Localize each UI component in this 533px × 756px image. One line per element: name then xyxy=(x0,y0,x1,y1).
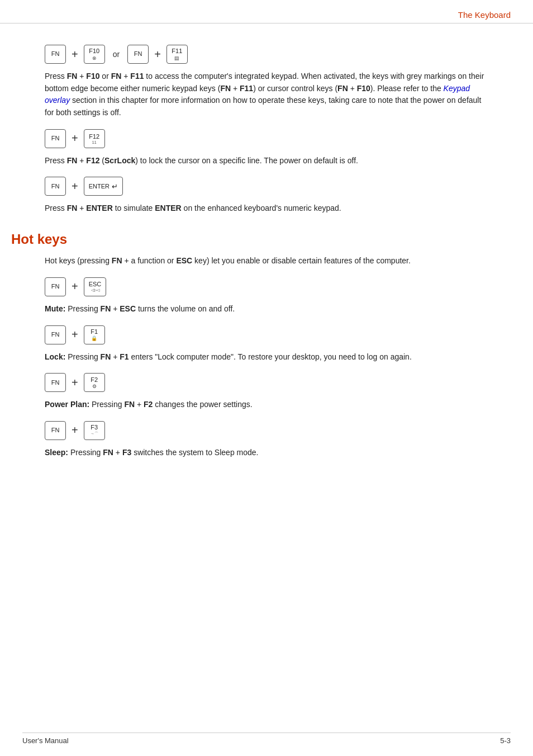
key-esc: ESC ◁▷◁ xyxy=(84,277,107,296)
hot-keys-intro: Hot keys (pressing FN + a function or ES… xyxy=(45,255,488,267)
key-fn-5: FN xyxy=(45,277,66,296)
key-fn-6: FN xyxy=(45,325,66,344)
key-f3: F3 →⌒ xyxy=(84,421,105,440)
keypad-overlay-link[interactable]: Keypad overlay xyxy=(45,84,470,105)
footer-right: 5-3 xyxy=(500,736,511,745)
plus-icon-4: + xyxy=(72,180,78,193)
combo-fn-f2: FN + F2 ⚙ xyxy=(45,373,488,392)
combo-fn-f10-f11: FN + F10 ⊗ or FN + F11 ▤ xyxy=(45,45,488,64)
key-fn-1: FN xyxy=(45,45,66,64)
key-fn-2: FN xyxy=(127,45,149,64)
desc-mute: Mute: Pressing FN + ESC turns the volume… xyxy=(45,303,488,315)
or-label: or xyxy=(113,50,120,59)
key-f12: F12 11 xyxy=(84,129,105,148)
combo-fn-enter: FN + ENTER ↵ xyxy=(45,177,488,196)
desc-lock: Lock: Pressing FN + F1 enters "Lock comp… xyxy=(45,351,488,363)
desc-sleep: Sleep: Pressing FN + F3 switches the sys… xyxy=(45,447,488,459)
combo-fn-f1: FN + F1 🔒 xyxy=(45,325,488,344)
plus-icon-1: + xyxy=(72,48,78,61)
plus-icon-3: + xyxy=(72,132,78,145)
plus-icon-5: + xyxy=(72,280,78,293)
desc-fn-f12: Press FN + F12 (ScrLock) to lock the cur… xyxy=(45,155,488,167)
key-f10: F10 ⊗ xyxy=(84,45,105,64)
header-title: The Keyboard xyxy=(458,10,511,20)
plus-icon-8: + xyxy=(72,424,78,437)
key-enter: ENTER ↵ xyxy=(84,177,123,196)
desc-power-plan: Power Plan: Pressing FN + F2 changes the… xyxy=(45,399,488,411)
enter-arrow-icon: ↵ xyxy=(112,182,118,191)
key-fn-8: FN xyxy=(45,421,66,440)
combo-fn-esc: FN + ESC ◁▷◁ xyxy=(45,277,488,296)
key-f1: F1 🔒 xyxy=(84,325,105,344)
desc-fn-enter: Press FN + ENTER to simulate ENTER on th… xyxy=(45,202,488,215)
combo-fn-f3: FN + F3 →⌒ xyxy=(45,421,488,440)
plus-icon-6: + xyxy=(72,328,78,341)
page-content: FN + F10 ⊗ or FN + F11 ▤ Press FN + F10 … xyxy=(0,23,533,475)
key-fn-4: FN xyxy=(45,177,66,196)
key-fn-3: FN xyxy=(45,129,66,148)
page-footer: User's Manual 5-3 xyxy=(22,733,511,745)
key-fn-7: FN xyxy=(45,373,66,392)
hot-keys-heading: Hot keys xyxy=(11,231,488,247)
page-header: The Keyboard xyxy=(0,0,533,23)
plus-icon-7: + xyxy=(72,376,78,389)
key-f2: F2 ⚙ xyxy=(84,373,105,392)
plus-icon-2: + xyxy=(154,48,161,61)
key-f11: F11 ▤ xyxy=(166,45,188,64)
desc-fn-f10-f11: Press FN + F10 or FN + F11 to access the… xyxy=(45,70,488,119)
footer-left: User's Manual xyxy=(22,736,69,745)
combo-fn-f12: FN + F12 11 xyxy=(45,129,488,148)
